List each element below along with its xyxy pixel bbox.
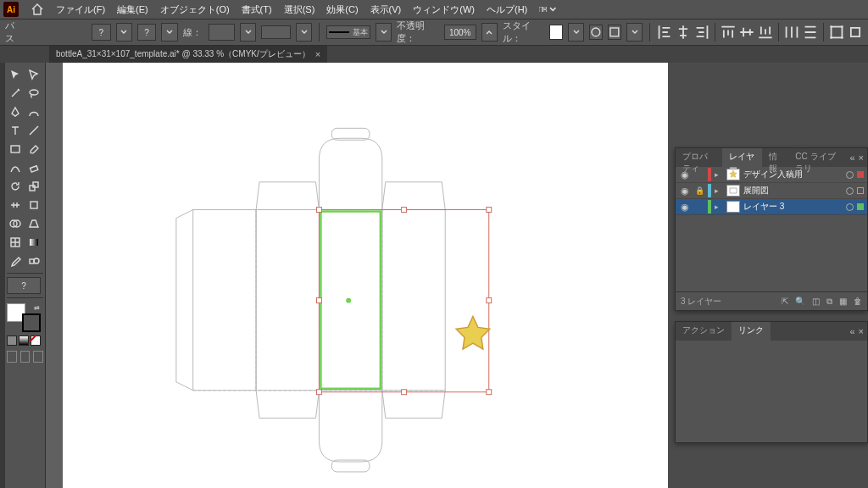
align-bottom-icon[interactable]: [758, 25, 773, 40]
align-to-menu[interactable]: [626, 23, 643, 42]
width-tool-icon[interactable]: [7, 197, 24, 214]
delete-layer-icon[interactable]: 🗑: [854, 297, 862, 307]
fill-stroke-control[interactable]: ⇄: [7, 303, 41, 332]
free-transform-tool-icon[interactable]: [25, 197, 42, 214]
align-right-icon[interactable]: [694, 25, 709, 40]
recolor-icon[interactable]: [589, 25, 603, 40]
eraser-tool-icon[interactable]: [25, 159, 42, 176]
graphic-style-swatch[interactable]: [549, 25, 563, 40]
variable-width-profile[interactable]: [261, 25, 291, 39]
target-icon[interactable]: [846, 187, 854, 195]
magic-wand-tool-icon[interactable]: [7, 85, 24, 102]
close-tab-icon[interactable]: ×: [315, 49, 320, 59]
rectangle-tool-icon[interactable]: [7, 141, 24, 158]
menu-view[interactable]: 表示(V): [370, 3, 402, 16]
pen-tool-icon[interactable]: [7, 103, 24, 120]
stroke-weight-input[interactable]: [209, 24, 235, 41]
stroke-swatch[interactable]: [22, 313, 41, 332]
gradient-mode-icon[interactable]: [19, 336, 29, 346]
transform-icon[interactable]: [829, 25, 844, 40]
panel-collapse-icon[interactable]: «: [849, 326, 854, 336]
perspective-tool-icon[interactable]: [25, 215, 42, 232]
distribute-h-icon[interactable]: [784, 25, 799, 40]
target-icon[interactable]: [846, 171, 854, 179]
workspace-switcher-icon[interactable]: [539, 3, 556, 16]
align-hcenter-icon[interactable]: [676, 25, 691, 40]
scale-tool-icon[interactable]: [25, 178, 42, 195]
draw-normal-icon[interactable]: [7, 351, 17, 363]
tab-links[interactable]: リンク: [732, 322, 771, 341]
tab-info[interactable]: 情報: [762, 148, 789, 167]
menu-type[interactable]: 書式(T): [242, 3, 272, 16]
search-layers-icon[interactable]: 🔍: [795, 297, 805, 307]
isolate-icon[interactable]: [848, 25, 863, 40]
draw-inside-icon[interactable]: [33, 351, 43, 363]
edit-toolbar-icon[interactable]: ?: [7, 277, 41, 294]
menu-effect[interactable]: 効果(C): [326, 3, 358, 16]
rotate-tool-icon[interactable]: [7, 178, 24, 195]
target-icon[interactable]: [846, 203, 854, 211]
layer-row[interactable]: ◉ ▸ レイヤー 3: [676, 199, 867, 215]
shaper-tool-icon[interactable]: [7, 159, 24, 176]
curvature-tool-icon[interactable]: [25, 103, 42, 120]
blend-tool-icon[interactable]: [25, 252, 42, 269]
tab-layers[interactable]: レイヤー: [722, 148, 762, 167]
stroke-menu-icon[interactable]: [161, 23, 177, 42]
type-tool-icon[interactable]: [7, 122, 24, 139]
opacity-menu-icon[interactable]: [481, 23, 498, 42]
stroke-dropdown[interactable]: ?: [137, 24, 157, 41]
menu-help[interactable]: ヘルプ(H): [487, 3, 527, 16]
fill-dropdown[interactable]: ?: [92, 24, 111, 41]
visibility-toggle-icon[interactable]: ◉: [679, 186, 691, 197]
style-menu-icon[interactable]: [568, 23, 584, 42]
lasso-tool-icon[interactable]: [25, 85, 42, 102]
direct-selection-tool-icon[interactable]: [25, 66, 42, 83]
selection-tool-icon[interactable]: [7, 66, 24, 83]
draw-behind-icon[interactable]: [20, 351, 31, 363]
stroke-weight-stepper[interactable]: [240, 23, 256, 42]
locate-object-icon[interactable]: ⇱: [782, 297, 788, 307]
mesh-tool-icon[interactable]: [7, 234, 24, 251]
tab-cc-libraries[interactable]: CC ライブラリ: [788, 148, 846, 167]
tab-actions[interactable]: アクション: [676, 322, 732, 341]
layer-name[interactable]: デザイン入稿用: [743, 169, 843, 180]
expand-layer-icon[interactable]: ▸: [715, 170, 723, 179]
align-vcenter-icon[interactable]: [739, 25, 754, 40]
paintbrush-tool-icon[interactable]: [25, 141, 42, 158]
expand-layer-icon[interactable]: ▸: [715, 186, 723, 195]
color-mode-icon[interactable]: [7, 336, 17, 346]
panel-collapse-icon[interactable]: «: [849, 152, 854, 163]
canvas[interactable]: [46, 63, 668, 488]
eyedropper-tool-icon[interactable]: [7, 252, 24, 269]
menu-object[interactable]: オブジェクト(O): [160, 3, 230, 16]
new-layer-icon[interactable]: ▦: [839, 297, 847, 307]
expand-layer-icon[interactable]: ▸: [715, 202, 723, 211]
swap-fill-stroke-icon[interactable]: ⇄: [34, 304, 40, 312]
line-tool-icon[interactable]: [25, 122, 42, 139]
visibility-toggle-icon[interactable]: ◉: [679, 202, 691, 213]
shape-builder-tool-icon[interactable]: [7, 215, 24, 232]
menu-select[interactable]: 選択(S): [284, 3, 315, 16]
layer-name[interactable]: 展開図: [743, 185, 843, 197]
document-tab[interactable]: bottleA_31×31×107_template.ai* @ 33.33 %…: [49, 46, 327, 63]
panel-close-icon[interactable]: ×: [859, 326, 864, 336]
fill-menu-icon[interactable]: [116, 23, 132, 42]
distribute-v-icon[interactable]: [803, 25, 818, 40]
menu-edit[interactable]: 編集(E): [117, 3, 148, 16]
star-object[interactable]: [456, 316, 490, 349]
home-icon[interactable]: [31, 3, 44, 16]
tab-properties[interactable]: プロパティ: [676, 148, 722, 167]
opacity-input[interactable]: 100%: [444, 25, 476, 40]
menu-window[interactable]: ウィンドウ(W): [413, 3, 475, 16]
panel-close-icon[interactable]: ×: [859, 152, 864, 163]
align-top-icon[interactable]: [721, 25, 736, 40]
brush-definition[interactable]: 基本: [326, 25, 370, 39]
clipping-mask-icon[interactable]: ◫: [812, 297, 820, 307]
lock-toggle-icon[interactable]: 🔒: [694, 186, 704, 195]
gradient-tool-icon[interactable]: [25, 234, 42, 251]
variable-width-menu-icon[interactable]: [296, 23, 312, 42]
layer-row[interactable]: ◉ 🔒 ▸ 展開図: [676, 183, 867, 199]
new-sublayer-icon[interactable]: ⧉: [826, 297, 832, 307]
menu-file[interactable]: ファイル(F): [56, 3, 105, 16]
align-to-icon[interactable]: [608, 25, 621, 40]
